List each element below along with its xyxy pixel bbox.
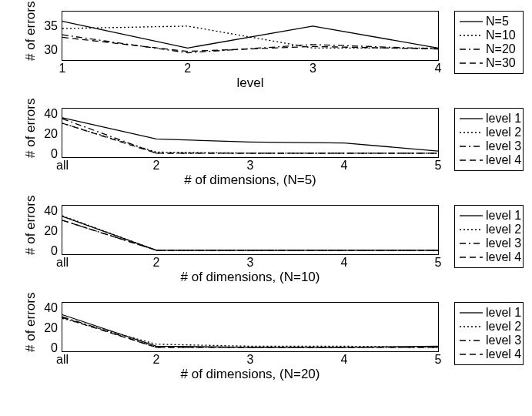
xtick: 4 — [341, 159, 348, 173]
ytick: 40 — [44, 301, 58, 315]
ytick: 20 — [44, 224, 58, 238]
ytick: 40 — [44, 107, 58, 121]
legend-swatch — [460, 209, 483, 223]
legend-row: level 1 — [460, 306, 518, 320]
xtick: 2 — [153, 353, 160, 367]
legend-label: N=5 — [486, 15, 509, 29]
panel-3: all234502040 # of errors # of dimensions… — [0, 205, 532, 302]
ytick: 20 — [44, 321, 58, 335]
xlabel-3: # of dimensions, (N=10) — [62, 270, 439, 285]
legend-row: level 3 — [460, 139, 518, 153]
ytick: 30 — [44, 43, 58, 57]
series-line — [62, 118, 438, 151]
legend-swatch — [460, 15, 483, 29]
legend-3: level 1level 2level 3level 4 — [454, 205, 524, 268]
legend-1: N=5N=10N=20N=30 — [454, 11, 524, 74]
legend-label: level 3 — [486, 139, 521, 153]
legend-label: level 4 — [486, 153, 521, 167]
legend-row: level 3 — [460, 237, 518, 250]
legend-row: level 3 — [460, 334, 518, 347]
ytick: 0 — [51, 244, 58, 258]
series-line — [62, 317, 438, 347]
legend-swatch — [460, 237, 483, 250]
legend-label: level 4 — [486, 250, 521, 264]
legend-swatch — [460, 320, 483, 334]
legend-label: level 4 — [486, 347, 521, 361]
plot-area-3: all234502040 — [62, 205, 439, 255]
xlabel-4: # of dimensions, (N=20) — [62, 367, 439, 382]
legend-2: level 1level 2level 3level 4 — [454, 108, 524, 171]
series-line — [62, 22, 438, 49]
ylabel-1: # of errors — [23, 11, 38, 61]
legend-4: level 1level 2level 3level 4 — [454, 302, 524, 365]
xtick: 1 — [59, 62, 66, 75]
legend-label: level 1 — [486, 306, 521, 320]
panel-1: 12343035 # of errors level N=5N=10N=20N=… — [0, 11, 532, 108]
legend-label: N=10 — [486, 29, 516, 42]
legend-label: level 2 — [486, 126, 521, 139]
ytick: 20 — [44, 127, 58, 141]
ylabel-3: # of errors — [23, 205, 38, 255]
legend-swatch — [460, 306, 483, 320]
ytick: 0 — [51, 147, 58, 161]
xtick: 3 — [309, 62, 316, 75]
legend-swatch — [460, 347, 483, 361]
legend-row: level 4 — [460, 153, 518, 167]
xtick: 5 — [435, 256, 442, 270]
ytick: 35 — [44, 19, 58, 33]
series-line — [62, 216, 438, 250]
xtick: 2 — [184, 62, 191, 75]
ytick: 0 — [51, 341, 58, 355]
legend-swatch — [460, 334, 483, 347]
legend-row: N=30 — [460, 56, 518, 70]
series-line — [62, 123, 438, 153]
ylabel-2: # of errors — [23, 108, 38, 158]
xtick: all — [56, 353, 69, 367]
xtick: 4 — [341, 256, 348, 270]
legend-swatch — [460, 126, 483, 139]
xtick: all — [56, 159, 69, 173]
legend-row: N=5 — [460, 15, 518, 29]
legend-row: level 4 — [460, 250, 518, 264]
series-line — [62, 220, 438, 250]
xlabel-2: # of dimensions, (N=5) — [62, 173, 439, 188]
legend-row: N=10 — [460, 29, 518, 42]
legend-row: N=20 — [460, 42, 518, 56]
legend-label: level 3 — [486, 334, 521, 347]
plot-area-2: all234502040 — [62, 108, 439, 158]
xtick: 4 — [435, 62, 442, 75]
series-line — [62, 216, 438, 250]
legend-row: level 2 — [460, 223, 518, 237]
series-line — [62, 220, 438, 250]
xtick: all — [56, 256, 69, 270]
legend-row: level 1 — [460, 209, 518, 223]
ytick: 40 — [44, 204, 58, 218]
legend-row: level 2 — [460, 320, 518, 334]
legend-label: level 1 — [486, 209, 521, 223]
xtick: 5 — [435, 159, 442, 173]
legend-row: level 2 — [460, 126, 518, 139]
legend-row: level 1 — [460, 112, 518, 126]
series-line — [62, 123, 438, 153]
legend-label: level 2 — [486, 223, 521, 237]
legend-swatch — [460, 56, 483, 70]
series-line — [62, 315, 438, 347]
panel-4: all234502040 # of errors # of dimensions… — [0, 302, 532, 399]
legend-swatch — [460, 42, 483, 56]
panel-2: all234502040 # of errors # of dimensions… — [0, 108, 532, 205]
legend-row: level 4 — [460, 347, 518, 361]
legend-label: level 3 — [486, 237, 521, 250]
xlabel-1: level — [62, 75, 439, 91]
series-line — [62, 119, 438, 153]
legend-swatch — [460, 29, 483, 42]
legend-label: N=30 — [486, 56, 516, 70]
legend-label: N=20 — [486, 42, 516, 56]
legend-swatch — [460, 223, 483, 237]
xtick: 3 — [247, 159, 254, 173]
xtick: 3 — [247, 256, 254, 270]
xtick: 4 — [341, 353, 348, 367]
legend-label: level 2 — [486, 320, 521, 334]
xtick: 5 — [435, 353, 442, 367]
legend-swatch — [460, 139, 483, 153]
xtick: 2 — [153, 256, 160, 270]
